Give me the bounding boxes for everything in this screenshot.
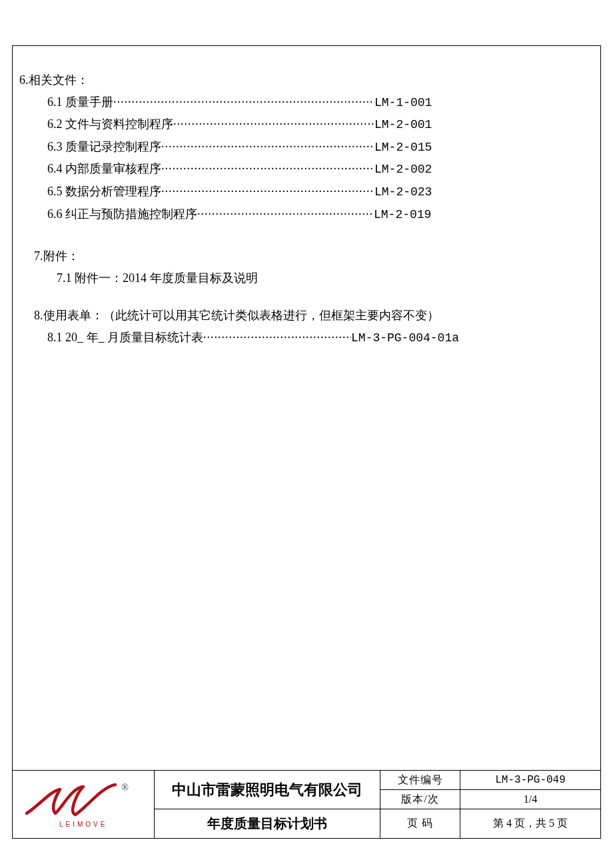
toc-label: 6.5 数据分析管理程序: [47, 181, 161, 202]
footer-table: ® LEIMOVE 中山市雷蒙照明电气有限公司 年度质量目标计划书 文件编号 L…: [13, 770, 600, 838]
section7-title: 7.附件：: [19, 246, 594, 267]
toc-row: 6.6 纠正与预防措施控制程序 LM-2-019: [19, 204, 594, 225]
toc-code: LM-3-PG-004-01a: [351, 328, 459, 349]
label-docno: 文件编号: [380, 771, 460, 789]
toc-label: 6.6 纠正与预防措施控制程序: [47, 204, 197, 225]
section6-title: 6.相关文件：: [19, 70, 594, 91]
footer-middle: 中山市雷蒙照明电气有限公司 年度质量目标计划书: [155, 771, 380, 838]
page-frame: 6.相关文件： 6.1 质量手册 LM-1-001 6.2 文件与资料控制程序 …: [12, 45, 601, 839]
footer-row-page: 页 码 第 4 页，共 5 页: [380, 809, 600, 838]
toc-code: LM-2-023: [374, 182, 432, 203]
company-logo: ® LEIMOVE: [23, 781, 143, 828]
value-version: 1/4: [460, 790, 600, 809]
value-docno: LM-3-PG-049: [460, 771, 600, 789]
section7-item: 7.1 附件一：2014 年度质量目标及说明: [19, 268, 594, 289]
toc-row: 8.1 20_ 年_ 月质量目标统计表 LM-3-PG-004-01a: [19, 327, 594, 349]
toc-dots: [161, 137, 374, 157]
toc-code: LM-1-001: [374, 93, 432, 113]
footer-row-version: 版本/次 1/4: [380, 790, 600, 809]
toc-dots: [173, 114, 374, 135]
toc-row: 6.4 内部质量审核程序 LM-2-002: [19, 159, 594, 180]
toc-row: 6.2 文件与资料控制程序 LM-2-001: [19, 114, 594, 135]
leimove-logo-icon: [23, 781, 120, 820]
section8-title: 8.使用表单：（此统计可以用其它统计类似表格进行，但框架主要内容不变）: [19, 305, 594, 326]
toc-dots: [197, 204, 374, 225]
toc-dots: [161, 181, 374, 202]
registered-mark: ®: [121, 783, 129, 793]
toc-dots: [203, 327, 351, 348]
company-name: 中山市雷蒙照明电气有限公司: [155, 771, 380, 809]
label-version: 版本/次: [380, 790, 460, 809]
logo-text: LEIMOVE: [59, 821, 107, 828]
toc-row: 6.1 质量手册 LM-1-001: [19, 92, 594, 113]
document-body: 6.相关文件： 6.1 质量手册 LM-1-001 6.2 文件与资料控制程序 …: [13, 46, 600, 770]
toc-dots: [113, 92, 374, 113]
footer-row-docno: 文件编号 LM-3-PG-049: [380, 771, 600, 790]
label-page: 页 码: [380, 809, 460, 838]
toc-label: 6.4 内部质量审核程序: [47, 159, 161, 179]
value-page: 第 4 页，共 5 页: [460, 809, 600, 838]
toc-code: LM-2-001: [374, 115, 432, 135]
toc-row: 6.5 数据分析管理程序 LM-2-023: [19, 181, 594, 203]
toc-label: 6.1 质量手册: [47, 92, 113, 113]
toc-code: LM-2-019: [374, 205, 431, 225]
toc-dots: [161, 159, 374, 179]
toc-label: 6.2 文件与资料控制程序: [47, 114, 173, 135]
toc-code: LM-2-015: [374, 137, 432, 158]
document-title: 年度质量目标计划书: [155, 809, 380, 838]
toc-code: LM-2-002: [374, 159, 432, 180]
logo-cell: ® LEIMOVE: [13, 771, 155, 838]
toc-label: 8.1 20_ 年_ 月质量目标统计表: [47, 327, 203, 348]
toc-label: 6.3 质量记录控制程序: [47, 137, 161, 157]
toc-row: 6.3 质量记录控制程序 LM-2-015: [19, 137, 594, 158]
footer-right: 文件编号 LM-3-PG-049 版本/次 1/4 页 码 第 4 页，共 5 …: [380, 771, 600, 838]
